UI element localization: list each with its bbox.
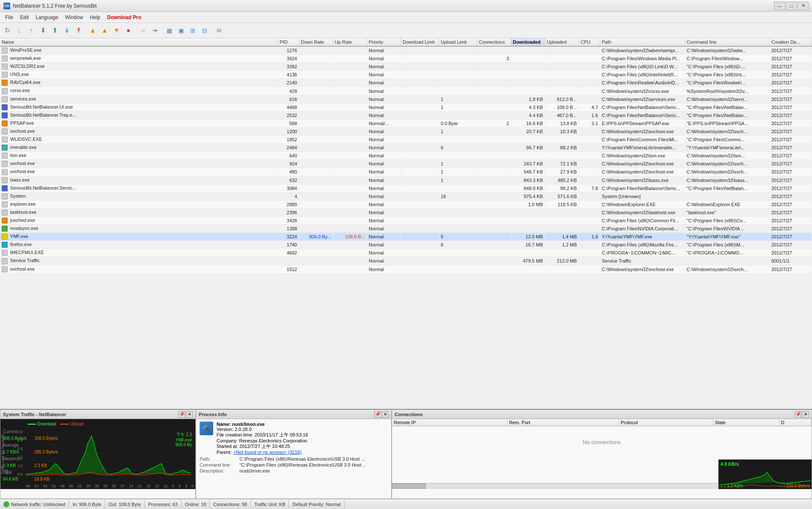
conn-scrollbar[interactable] xyxy=(392,483,718,489)
col-header-priority[interactable]: Priority xyxy=(367,38,401,46)
table-row[interactable]: System 4 Normal 18 975.4 KB 571.6 KB Sys… xyxy=(0,192,812,200)
procinfo-pin-btn[interactable]: 📌 xyxy=(374,411,381,418)
proc-down-rate-cell xyxy=(299,46,333,55)
col-header-uploaded[interactable]: Uploaded xyxy=(545,38,579,46)
table-row[interactable]: svchost.exe 1512 Normal C:\Windows\syste… xyxy=(0,265,812,273)
table-row[interactable]: imeralite.exe 2484 Normal 6 86.7 KB 88.2… xyxy=(0,144,812,152)
menu-window[interactable]: Window xyxy=(61,13,86,22)
col-header-path[interactable]: Path xyxy=(600,38,685,46)
proc-downloaded-cell: 548.7 KB xyxy=(511,168,545,176)
col-header-up-rate[interactable]: Up Rate xyxy=(333,38,367,46)
proc-desc-label: Description: xyxy=(200,468,238,473)
conn-pin-btn[interactable]: 📌 xyxy=(795,411,801,418)
toolbar-up2-btn[interactable]: ⬆ xyxy=(49,25,60,36)
table-row[interactable]: firefox.exe 1740 Normal 6 16.7 MB 1.2 MB… xyxy=(0,241,812,249)
conn-close-btn[interactable]: ✕ xyxy=(802,411,809,418)
table-row[interactable]: YMF.exe 3224 906.0 By... 108.0 B... Norm… xyxy=(0,233,812,241)
toolbar-grid4-btn[interactable]: ⊟ xyxy=(199,25,210,36)
table-row[interactable]: services.exe 616 Normal 1 1.8 KB 612.0 B… xyxy=(0,95,812,103)
table-row[interactable]: explorer.exe 2880 Normal 1.0 MB 118.5 KB… xyxy=(0,200,812,208)
conn-scrollbar-thumb[interactable] xyxy=(392,484,426,489)
table-row[interactable]: taskhost.exe 2396 Normal C:\Windows\syst… xyxy=(0,208,812,216)
toolbar-up1-btn[interactable]: ↑ xyxy=(25,25,36,36)
table-row[interactable]: lsass.exe 632 Normal 1 843.3 KB 485.2 KB… xyxy=(0,176,812,184)
toolbar-pri4-btn[interactable]: ● xyxy=(123,25,134,36)
conn-col-d[interactable]: D xyxy=(779,419,811,426)
table-row[interactable]: PPSAP.exe 588 Normal/... 0.0 Byte 2 16.6… xyxy=(0,119,812,127)
proc-cpu-cell xyxy=(579,46,600,55)
proc-cmd-cell: C:\Windows\system32\svch... xyxy=(685,127,770,135)
table-row[interactable]: SeriousBit.NetBalancer.UI.exe 4468 Norma… xyxy=(0,103,812,111)
col-header-cpu[interactable]: CPU xyxy=(579,38,600,46)
menu-help[interactable]: Help xyxy=(86,13,104,22)
toolbar-grid2-btn[interactable]: ▣ xyxy=(175,25,186,36)
table-row[interactable]: IMECFMUI.EXE 4692 Normal C:\PROGRA~1\COM… xyxy=(0,249,812,257)
traffic-panel-close-btn[interactable]: ✕ xyxy=(186,411,193,418)
conn-col-remoteip[interactable]: Remote IP xyxy=(392,419,507,426)
menu-language[interactable]: Language xyxy=(32,13,61,22)
conn-col-state[interactable]: State xyxy=(713,419,779,426)
proc-path-cell: C:\Program Files\NVIDIA Corporati... xyxy=(600,225,685,233)
table-row[interactable]: Service Traffic Normal 479.5 MB 212.0 MB… xyxy=(0,257,812,265)
col-header-connections[interactable]: Connections xyxy=(477,38,511,46)
col-header-name[interactable]: Name xyxy=(0,38,278,46)
proc-parent-link[interactable]: <Not found or no access> (3216) xyxy=(233,450,301,455)
table-row[interactable]: svchost.exe 924 Normal 1 243.7 KB 72.1 K… xyxy=(0,160,812,168)
toolbar-end-btn[interactable]: ↠ xyxy=(149,25,160,36)
table-row[interactable]: lsm.exe 640 Normal C:\Windows\system32\l… xyxy=(0,152,812,160)
toolbar-email-btn[interactable]: ✉ xyxy=(214,25,225,36)
conn-col-remport[interactable]: Rem. Port xyxy=(507,419,619,426)
col-header-dl-limit[interactable]: Download Limit xyxy=(401,38,439,46)
toolbar-ul-btn[interactable]: ↟ xyxy=(73,25,84,36)
toolbar-grid3-btn[interactable]: ⊞ xyxy=(187,25,198,36)
table-row[interactable]: wmpnetwk.exe 3924 Normal 3 C:\Program Fi… xyxy=(0,55,812,63)
toolbar-arrow-btn[interactable]: → xyxy=(137,25,148,36)
col-header-downloaded[interactable]: Downloaded xyxy=(511,38,545,46)
annotation-value: 906.0 By xyxy=(175,442,192,447)
proc-pid-cell: 1200 xyxy=(278,127,299,135)
table-row[interactable]: WLIDSVC.EXE 1852 Normal C:\Program Files… xyxy=(0,136,812,144)
proc-path-cell: Service Traffic xyxy=(600,257,685,265)
toolbar-down2-btn[interactable]: ⬇ xyxy=(37,25,48,36)
table-row[interactable]: WmiPrvSE.exe 1276 Normal C:\Windows\syst… xyxy=(0,46,812,55)
menu-file[interactable]: File xyxy=(2,13,17,22)
col-header-date[interactable]: Creation Da... xyxy=(770,38,812,46)
table-row[interactable]: csrss.exe 428 Normal C:\Windows\system32… xyxy=(0,87,812,95)
table-row[interactable]: nvxdsync.exe 1368 Normal C:\Program File… xyxy=(0,225,812,233)
conn-up-speed: ↑ ↑ 216.0 Byte/s xyxy=(780,484,810,488)
toolbar-pri3-btn[interactable]: ▼ xyxy=(111,25,122,36)
col-header-cmdline[interactable]: Command line xyxy=(685,38,770,46)
table-row[interactable]: SeriousBit.NetBalancer.Servic... 3084 No… xyxy=(0,184,812,192)
menu-edit[interactable]: Edit xyxy=(17,13,32,22)
toolbar-refresh-btn[interactable]: ↻ xyxy=(2,25,13,36)
toolbar-pri2-btn[interactable]: ▲ xyxy=(99,25,110,36)
table-row[interactable]: svchost.exe 1200 Normal 1 20.7 KB 10.3 K… xyxy=(0,127,812,135)
toolbar-down1-btn[interactable]: ↓ xyxy=(14,25,25,36)
table-row[interactable]: RAVCpl64.exe 2140 Normal C:\Program File… xyxy=(0,79,812,87)
col-header-pid[interactable]: PID xyxy=(278,38,299,46)
traffic-panel-pin-btn[interactable]: 📌 xyxy=(178,411,185,418)
minimize-button[interactable]: — xyxy=(774,2,785,10)
table-row[interactable]: WZCSLDR2.exe 3392 Normal C:\Program File… xyxy=(0,63,812,71)
procinfo-close-btn[interactable]: ✕ xyxy=(382,411,389,418)
table-row[interactable]: jusched.exe 3428 Normal C:\Program Files… xyxy=(0,216,812,224)
menu-download-pro[interactable]: Download Pro xyxy=(104,13,145,22)
chart-yaxis: 3.0 2.5 2.0 1.5 1.0 0.5 xyxy=(17,428,23,478)
table-row[interactable]: svchost.exe 480 Normal 1 548.7 KB 27.9 K… xyxy=(0,168,812,176)
maximize-button[interactable]: □ xyxy=(786,2,797,10)
toolbar-grid1-btn[interactable]: ▦ xyxy=(164,25,175,36)
proc-row-icon xyxy=(2,145,8,151)
col-header-ul-limit[interactable]: Upload Limit xyxy=(439,38,477,46)
close-button[interactable]: ✕ xyxy=(798,2,809,10)
proc-cmd-cell: "C:\Program Files\NetBalan... xyxy=(685,103,770,111)
conn-col-protocol[interactable]: Protocol xyxy=(619,419,713,426)
table-row[interactable]: UNS.exe 4136 Normal C:\Program Files (x8… xyxy=(0,71,812,79)
proc-priority-cell: Normal xyxy=(367,136,401,144)
col-header-down-rate[interactable]: Down Rate xyxy=(299,38,333,46)
toolbar-pri1-btn[interactable]: ▲ xyxy=(87,25,98,36)
table-scroll-area[interactable]: Name PID Down Rate Up Rate Priority Down… xyxy=(0,38,812,278)
table-row[interactable]: SeriousBit.NetBalancer.Tray.e... 2532 No… xyxy=(0,111,812,119)
proc-path-cell: C:\Windows\Explorer.EXE xyxy=(600,200,685,208)
proc-path-cell: C:\Windows\system32\svchost.exe xyxy=(600,127,685,135)
toolbar-dl-btn[interactable]: ↡ xyxy=(61,25,72,36)
